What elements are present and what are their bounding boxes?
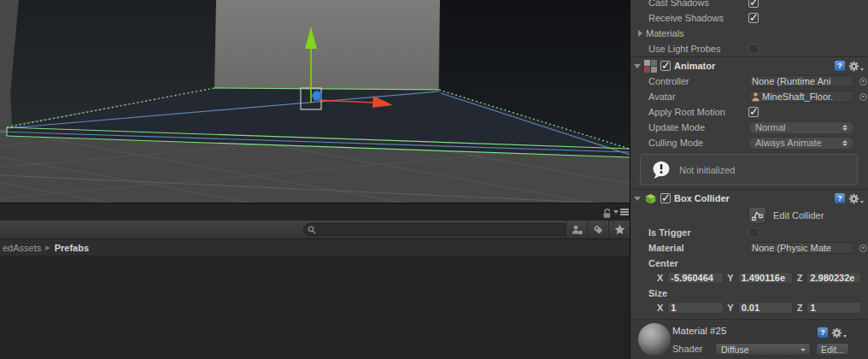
gear-icon[interactable] [831,327,847,338]
favorites-button[interactable] [608,221,630,238]
receive-shadows-row: Receive Shadows [630,10,868,26]
component-separator [630,189,868,190]
box-collider-enabled-checkbox[interactable] [660,193,671,203]
wall-back[interactable] [214,0,440,90]
breadcrumb-separator-icon: ▶ [45,244,50,251]
object-picker-icon[interactable] [859,78,867,85]
center-z-label: Z [797,273,803,283]
controller-row: Controller None (Runtime Ani [630,74,868,89]
panel-menu-button[interactable] [613,209,629,215]
dropdown-arrows-icon [842,125,847,132]
update-mode-label: Update Mode [630,122,748,132]
materials-label: Materials [646,28,684,38]
material-title: Material #25 [672,326,726,336]
use-light-probes-checkbox[interactable] [748,44,759,54]
cast-shadows-checkbox[interactable] [748,0,759,8]
search-by-type-button[interactable] [566,221,587,238]
center-z-field[interactable]: 2.980232e [806,272,861,284]
animator-warning-box: Not initialized [640,154,858,185]
help-icon[interactable]: ? [835,193,845,203]
animator-icon [644,60,657,73]
physic-material-field[interactable]: None (Physic Mate [748,242,854,254]
culling-mode-label: Culling Mode [630,138,748,148]
gear-icon[interactable] [848,61,864,72]
breadcrumb-parent[interactable]: edAssets [3,243,41,253]
animator-foldout-icon[interactable] [634,64,641,68]
gizmo-z-handle[interactable] [313,91,322,101]
box-collider-header[interactable]: Box Collider ? [630,191,868,206]
scene-canvas [0,0,630,203]
dropdown-arrows-icon [842,140,847,147]
search-field[interactable] [303,223,568,236]
warning-text: Not initialized [679,165,735,175]
star-icon [614,224,625,235]
edit-collider-icon [752,209,764,221]
box-collider-foldout-icon[interactable] [634,197,641,201]
center-label-row: Center [630,256,868,271]
size-y-label: Y [727,303,733,313]
object-picker-icon[interactable] [859,93,867,101]
inspector-panel: Cast Shadows Receive Shadows Materials U… [630,0,868,359]
shader-dropdown[interactable]: Diffuse [715,343,811,356]
receive-shadows-label: Receive Shadows [630,13,748,23]
search-icon [308,226,316,234]
center-y-label: Y [727,273,733,283]
center-label: Center [630,258,748,268]
search-input[interactable] [316,224,564,235]
culling-mode-dropdown[interactable]: Always Animate [748,137,854,150]
box-collider-icon [644,192,657,205]
edit-collider-button[interactable] [748,207,766,224]
physic-material-label: Material [630,243,748,253]
help-icon[interactable]: ? [835,61,845,71]
receive-shadows-checkbox[interactable] [748,13,759,23]
size-y-field[interactable]: 0.01 [738,302,793,314]
size-x-field[interactable]: 1 [667,302,724,314]
update-mode-row: Update Mode Normal [630,120,868,135]
material-preview-section: Material #25 ? [630,319,868,359]
size-z-field[interactable]: 1 [806,302,861,314]
apply-root-motion-label: Apply Root Motion [630,107,748,117]
is-trigger-checkbox[interactable] [748,227,759,238]
controller-object-field[interactable]: None (Runtime Ani [748,75,854,87]
materials-row: Materials [630,26,868,41]
apply-root-motion-checkbox[interactable] [748,107,759,117]
project-browser-panel: edAssets ▶ Prefabs [0,203,630,359]
center-y-field[interactable]: 1.490116e [738,272,793,284]
size-label: Size [630,288,748,298]
scene-viewport[interactable] [0,0,630,203]
help-icon[interactable]: ? [818,327,828,338]
is-trigger-label: Is Trigger [630,227,748,238]
animator-header[interactable]: Animator ? [630,58,868,74]
controller-label: Controller [630,76,748,86]
size-x-label: X [657,303,663,313]
culling-mode-row: Culling Mode Always Animate [630,135,868,150]
size-label-row: Size [630,285,868,301]
update-mode-dropdown[interactable]: Normal [748,121,854,134]
animator-enabled-checkbox[interactable] [660,61,671,71]
avatar-label: Avatar [630,91,748,102]
breadcrumb: edAssets ▶ Prefabs [0,238,632,256]
search-by-type-icon [572,225,583,235]
center-x-label: X [657,273,663,283]
chevron-down-icon [613,210,619,214]
center-fields-row: X -5.960464 Y 1.490116e Z 2.980232e [630,270,868,285]
project-content-area[interactable] [0,256,630,359]
search-by-label-button[interactable] [587,221,608,238]
apply-root-motion-row: Apply Root Motion [630,104,868,120]
project-tab-strip [0,203,630,221]
size-fields-row: X 1 Y 0.01 Z 1 [630,300,868,315]
chevron-down-icon [801,349,806,351]
object-picker-icon[interactable] [859,244,867,252]
unity-editor-window: edAssets ▶ Prefabs Cast Shadows Receive … [0,0,868,359]
edit-collider-row: Edit Collider [630,206,868,225]
gear-icon[interactable] [848,193,864,204]
materials-foldout-icon[interactable] [638,30,642,37]
shader-edit-button[interactable]: Edit... [816,343,849,356]
breadcrumb-current[interactable]: Prefabs [55,243,89,253]
avatar-object-field[interactable]: MineShaft_Floor. [748,91,854,103]
use-light-probes-row: Use Light Probes [630,41,868,56]
center-x-field[interactable]: -5.960464 [667,272,724,284]
tag-icon [592,224,604,235]
edit-collider-label: Edit Collider [773,210,824,221]
lock-icon[interactable] [602,208,613,221]
